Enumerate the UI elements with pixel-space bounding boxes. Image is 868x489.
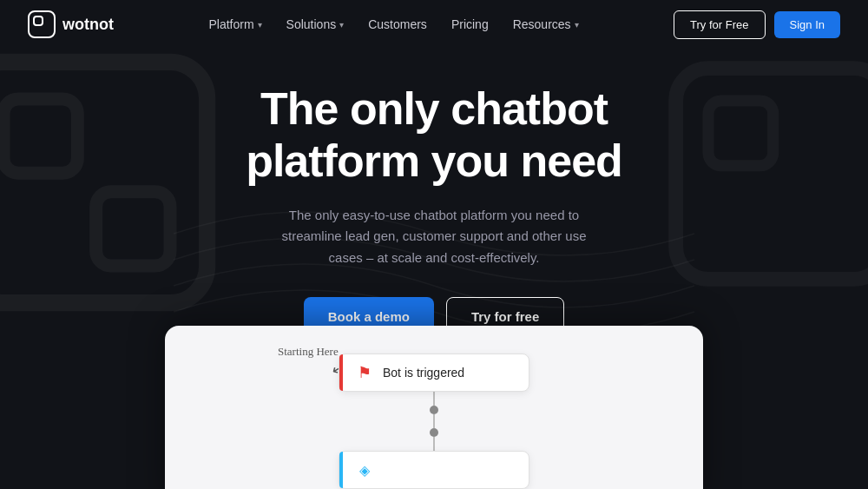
nav-link-resources[interactable]: Resources ▾ [513, 17, 579, 31]
nav-item-solutions[interactable]: Solutions ▾ [286, 17, 345, 31]
node-bottom-icon: ◈ [355, 460, 374, 479]
try-for-free-button[interactable]: Try for Free [674, 10, 765, 39]
logo[interactable]: wotnot [28, 10, 114, 38]
nav-actions: Try for Free Sign In [674, 10, 840, 39]
nav-links: Platform ▾ Solutions ▾ Customers Pricing [208, 17, 578, 31]
nav-item-pricing[interactable]: Pricing [451, 17, 489, 31]
connector-line-2 [433, 414, 435, 428]
nav-item-customers[interactable]: Customers [368, 17, 427, 31]
connector-dot-1 [430, 406, 438, 414]
nav-item-platform[interactable]: Platform ▾ [208, 17, 261, 31]
chevron-down-icon: ▾ [575, 20, 579, 30]
navbar: wotnot Platform ▾ Solutions ▾ Customers [0, 0, 868, 49]
node-left-bar [339, 354, 343, 391]
node-bottom-bar [339, 452, 343, 488]
nav-link-pricing[interactable]: Pricing [451, 17, 489, 31]
chevron-down-icon: ▾ [339, 20, 344, 30]
hero-headline: The only chatbot platform you need [246, 83, 622, 188]
flow-node-bot-triggered: ⚑ Bot is triggered [339, 354, 529, 392]
chevron-down-icon: ▾ [258, 20, 262, 30]
node-bot-triggered-label: Bot is triggered [383, 366, 464, 380]
logo-icon [28, 10, 56, 38]
logo-text: wotnot [62, 16, 114, 34]
flow-node-bottom: ◈ [339, 451, 529, 489]
connector-dot-2 [430, 428, 438, 437]
page-wrapper: wotnot Platform ▾ Solutions ▾ Customers [0, 0, 868, 489]
nav-link-platform[interactable]: Platform ▾ [208, 17, 261, 31]
product-preview-card: Starting Here ↙ ⚑ Bot is triggered ◈ [165, 326, 703, 489]
connector-line-1 [433, 392, 435, 406]
nav-link-customers[interactable]: Customers [368, 17, 427, 31]
flow-start-label: Starting Here [278, 345, 339, 359]
flag-icon: ⚑ [355, 363, 374, 382]
nav-link-solutions[interactable]: Solutions ▾ [286, 17, 345, 31]
hero-subtext: The only easy-to-use chatbot platform yo… [269, 205, 599, 269]
svg-rect-6 [34, 17, 43, 25]
connector-line-3 [433, 437, 435, 451]
hero-section: The only chatbot platform you need The o… [0, 49, 868, 336]
nav-item-resources[interactable]: Resources ▾ [513, 17, 579, 31]
sign-in-button[interactable]: Sign In [774, 11, 840, 38]
